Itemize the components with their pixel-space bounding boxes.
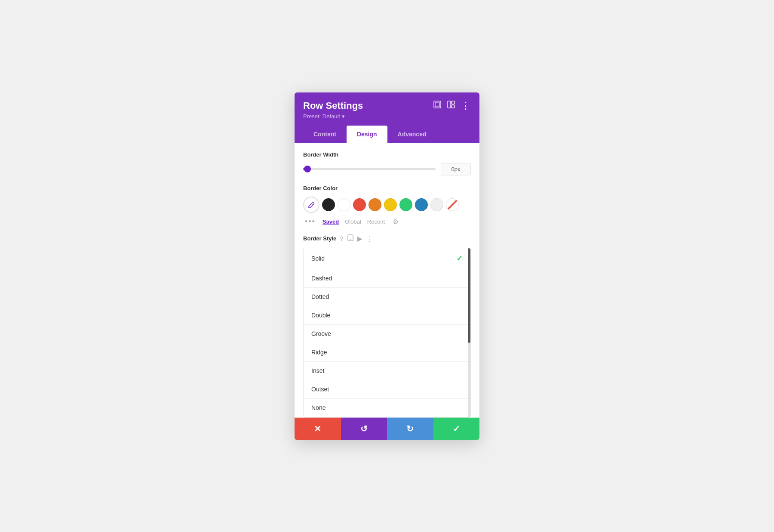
style-option-outset[interactable]: Outset xyxy=(304,380,470,399)
border-style-dropdown: Solid ✓ Dashed Dotted Double Groove Ridg… xyxy=(303,248,471,418)
panel-body: Border Width Border Color xyxy=(295,143,479,418)
row-settings-panel: Row Settings ⋮ Pr xyxy=(295,92,479,440)
redo-button[interactable]: ↻ xyxy=(387,418,433,440)
more-options-icon[interactable]: ⋮ xyxy=(461,100,471,111)
style-option-dashed[interactable]: Dashed xyxy=(304,269,470,288)
tab-advanced[interactable]: Advanced xyxy=(387,126,437,143)
style-option-double[interactable]: Double xyxy=(304,306,470,325)
style-option-inset[interactable]: Inset xyxy=(304,362,470,380)
panel-preset[interactable]: Preset: Default ▾ xyxy=(303,113,471,120)
color-picker-button[interactable] xyxy=(303,197,319,213)
color-settings-icon[interactable]: ⚙ xyxy=(393,218,399,226)
svg-point-6 xyxy=(350,240,351,240)
layout-icon[interactable] xyxy=(447,101,455,111)
color-tab-saved[interactable]: Saved xyxy=(322,218,339,225)
check-icon-solid: ✓ xyxy=(456,254,463,263)
swatch-orange[interactable] xyxy=(369,198,381,211)
panel-header-icons: ⋮ xyxy=(433,100,471,111)
panel-footer: ✕ ↺ ↻ ✓ xyxy=(295,418,479,440)
border-width-input[interactable] xyxy=(441,163,471,175)
color-tabs-row: ••• Saved Global Recent ⚙ xyxy=(303,217,471,226)
save-button[interactable]: ✓ xyxy=(433,418,480,440)
more-style-icon[interactable]: ⋮ xyxy=(366,234,374,243)
border-color-section: Border Color ••• xyxy=(303,185,471,226)
slider-thumb[interactable] xyxy=(304,166,311,172)
style-option-dotted[interactable]: Dotted xyxy=(304,288,470,306)
border-style-header: Border Style ? ▶ ⋮ xyxy=(303,234,471,243)
scrollbar-thumb[interactable] xyxy=(468,248,470,343)
panel-title: Row Settings xyxy=(303,100,363,111)
tabs: Content Design Advanced xyxy=(303,126,471,143)
swatch-red[interactable] xyxy=(353,198,366,211)
undo-button[interactable]: ↺ xyxy=(341,418,387,440)
border-width-label: Border Width xyxy=(303,151,471,158)
scrollbar-track[interactable] xyxy=(468,248,470,417)
color-swatches xyxy=(303,197,471,213)
swatch-no-color[interactable] xyxy=(446,198,459,211)
svg-rect-4 xyxy=(452,105,455,108)
style-option-solid[interactable]: Solid ✓ xyxy=(304,248,470,269)
panel-header: Row Settings ⋮ Pr xyxy=(295,92,479,143)
tablet-icon[interactable] xyxy=(347,234,354,243)
swatch-light-gray[interactable] xyxy=(430,198,443,211)
expand-icon[interactable] xyxy=(433,101,441,111)
tab-content[interactable]: Content xyxy=(303,126,347,143)
cursor-icon[interactable]: ▶ xyxy=(357,235,362,243)
panel-header-top: Row Settings ⋮ xyxy=(303,100,471,111)
swatch-green[interactable] xyxy=(399,198,412,211)
tab-design[interactable]: Design xyxy=(347,126,387,143)
color-dots-icon: ••• xyxy=(305,217,316,226)
border-style-label: Border Style xyxy=(303,235,336,242)
color-tab-recent[interactable]: Recent xyxy=(367,218,385,225)
style-option-groove[interactable]: Groove xyxy=(304,325,470,343)
swatch-blue[interactable] xyxy=(415,198,428,211)
border-width-slider-row xyxy=(303,163,471,175)
swatch-black[interactable] xyxy=(322,198,335,211)
border-color-label: Border Color xyxy=(303,185,471,191)
style-option-ridge[interactable]: Ridge xyxy=(304,343,470,362)
svg-rect-2 xyxy=(448,101,451,108)
svg-rect-1 xyxy=(435,102,439,107)
border-width-slider-track[interactable] xyxy=(303,168,436,170)
cancel-button[interactable]: ✕ xyxy=(295,418,341,440)
style-option-none[interactable]: None xyxy=(304,399,470,417)
border-style-section: Border Style ? ▶ ⋮ Solid ✓ Dashed xyxy=(303,234,471,418)
border-width-section: Border Width xyxy=(303,151,471,175)
color-tab-global[interactable]: Global xyxy=(345,218,361,225)
swatch-yellow[interactable] xyxy=(384,198,397,211)
swatch-white[interactable] xyxy=(338,198,350,211)
svg-rect-3 xyxy=(452,101,455,104)
help-icon[interactable]: ? xyxy=(340,235,343,242)
